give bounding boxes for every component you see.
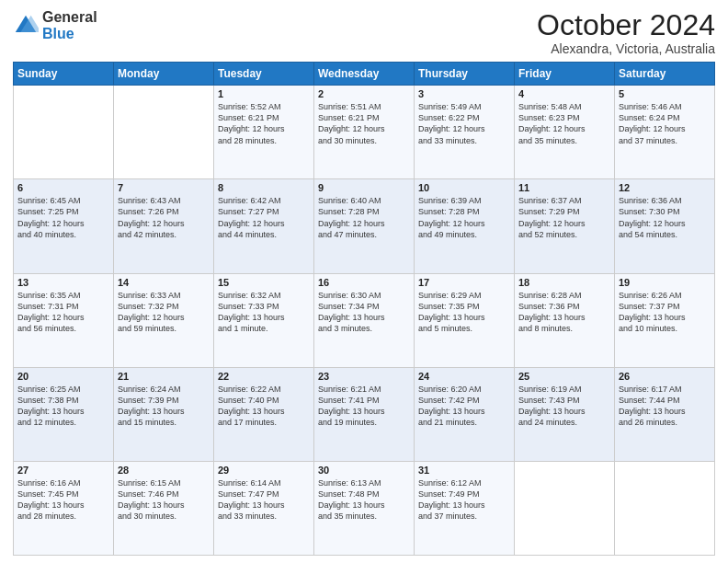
weekday-thursday: Thursday bbox=[415, 63, 515, 86]
day-number: 31 bbox=[418, 465, 510, 476]
day-info: Sunrise: 6:13 AM Sunset: 7:48 PM Dayligh… bbox=[318, 477, 410, 523]
day-number: 6 bbox=[17, 182, 109, 193]
day-number: 19 bbox=[619, 277, 711, 288]
header: General Blue October 2024 Alexandra, Vic… bbox=[13, 9, 715, 56]
day-number: 11 bbox=[518, 182, 610, 193]
page: General Blue October 2024 Alexandra, Vic… bbox=[0, 0, 728, 563]
calendar-cell: 6Sunrise: 6:45 AM Sunset: 7:25 PM Daylig… bbox=[14, 179, 114, 273]
day-info: Sunrise: 6:28 AM Sunset: 7:36 PM Dayligh… bbox=[518, 290, 610, 335]
day-info: Sunrise: 6:32 AM Sunset: 7:33 PM Dayligh… bbox=[218, 290, 310, 335]
day-info: Sunrise: 6:37 AM Sunset: 7:29 PM Dayligh… bbox=[518, 195, 610, 240]
day-number: 26 bbox=[619, 371, 711, 382]
day-info: Sunrise: 6:16 AM Sunset: 7:45 PM Dayligh… bbox=[17, 477, 109, 523]
weekday-wednesday: Wednesday bbox=[314, 63, 415, 86]
day-info: Sunrise: 5:46 AM Sunset: 6:24 PM Dayligh… bbox=[619, 101, 711, 146]
logo-text: General Blue bbox=[42, 9, 97, 41]
day-number: 20 bbox=[17, 371, 109, 382]
day-number: 23 bbox=[318, 371, 410, 382]
calendar-cell: 22Sunrise: 6:22 AM Sunset: 7:40 PM Dayli… bbox=[214, 367, 314, 461]
calendar-cell bbox=[14, 86, 114, 179]
day-info: Sunrise: 5:51 AM Sunset: 6:21 PM Dayligh… bbox=[318, 101, 410, 146]
day-info: Sunrise: 6:35 AM Sunset: 7:31 PM Dayligh… bbox=[17, 290, 109, 335]
calendar-cell: 25Sunrise: 6:19 AM Sunset: 7:43 PM Dayli… bbox=[515, 367, 615, 461]
day-info: Sunrise: 6:17 AM Sunset: 7:44 PM Dayligh… bbox=[619, 384, 711, 429]
week-row-5: 27Sunrise: 6:16 AM Sunset: 7:45 PM Dayli… bbox=[14, 461, 715, 555]
calendar-cell bbox=[515, 461, 615, 555]
calendar-cell: 2Sunrise: 5:51 AM Sunset: 6:21 PM Daylig… bbox=[314, 86, 415, 179]
day-number: 7 bbox=[118, 182, 210, 193]
calendar-cell: 16Sunrise: 6:30 AM Sunset: 7:34 PM Dayli… bbox=[314, 273, 415, 367]
logo-icon bbox=[13, 13, 39, 39]
day-number: 9 bbox=[318, 182, 410, 193]
calendar-body: 1Sunrise: 5:52 AM Sunset: 6:21 PM Daylig… bbox=[14, 86, 715, 556]
calendar-cell: 7Sunrise: 6:43 AM Sunset: 7:26 PM Daylig… bbox=[114, 179, 214, 273]
day-number: 3 bbox=[418, 88, 510, 99]
day-number: 28 bbox=[118, 465, 210, 476]
calendar-cell: 27Sunrise: 6:16 AM Sunset: 7:45 PM Dayli… bbox=[14, 461, 114, 555]
day-number: 21 bbox=[118, 371, 210, 382]
logo-blue: Blue bbox=[42, 26, 97, 42]
calendar-cell: 12Sunrise: 6:36 AM Sunset: 7:30 PM Dayli… bbox=[615, 179, 715, 273]
weekday-row: SundayMondayTuesdayWednesdayThursdayFrid… bbox=[14, 63, 715, 86]
day-number: 14 bbox=[118, 277, 210, 288]
calendar-cell: 23Sunrise: 6:21 AM Sunset: 7:41 PM Dayli… bbox=[314, 367, 415, 461]
day-number: 12 bbox=[619, 182, 711, 193]
day-number: 25 bbox=[518, 371, 610, 382]
calendar-cell: 29Sunrise: 6:14 AM Sunset: 7:47 PM Dayli… bbox=[214, 461, 314, 555]
calendar-cell: 18Sunrise: 6:28 AM Sunset: 7:36 PM Dayli… bbox=[515, 273, 615, 367]
calendar-cell: 24Sunrise: 6:20 AM Sunset: 7:42 PM Dayli… bbox=[415, 367, 515, 461]
day-info: Sunrise: 6:43 AM Sunset: 7:26 PM Dayligh… bbox=[118, 195, 210, 240]
weekday-friday: Friday bbox=[515, 63, 615, 86]
day-number: 8 bbox=[218, 182, 310, 193]
day-info: Sunrise: 6:30 AM Sunset: 7:34 PM Dayligh… bbox=[318, 290, 410, 335]
day-info: Sunrise: 6:20 AM Sunset: 7:42 PM Dayligh… bbox=[418, 384, 510, 429]
day-number: 29 bbox=[218, 465, 310, 476]
calendar-cell: 1Sunrise: 5:52 AM Sunset: 6:21 PM Daylig… bbox=[214, 86, 314, 179]
day-info: Sunrise: 6:29 AM Sunset: 7:35 PM Dayligh… bbox=[418, 290, 510, 335]
calendar-cell: 4Sunrise: 5:48 AM Sunset: 6:23 PM Daylig… bbox=[515, 86, 615, 179]
day-info: Sunrise: 6:39 AM Sunset: 7:28 PM Dayligh… bbox=[418, 195, 510, 240]
day-info: Sunrise: 6:12 AM Sunset: 7:49 PM Dayligh… bbox=[418, 477, 510, 523]
calendar-cell: 31Sunrise: 6:12 AM Sunset: 7:49 PM Dayli… bbox=[415, 461, 515, 555]
weekday-sunday: Sunday bbox=[14, 63, 114, 86]
calendar-cell: 10Sunrise: 6:39 AM Sunset: 7:28 PM Dayli… bbox=[415, 179, 515, 273]
calendar-cell: 15Sunrise: 6:32 AM Sunset: 7:33 PM Dayli… bbox=[214, 273, 314, 367]
day-info: Sunrise: 6:42 AM Sunset: 7:27 PM Dayligh… bbox=[218, 195, 310, 240]
calendar-cell: 3Sunrise: 5:49 AM Sunset: 6:22 PM Daylig… bbox=[415, 86, 515, 179]
week-row-1: 1Sunrise: 5:52 AM Sunset: 6:21 PM Daylig… bbox=[14, 86, 715, 179]
day-info: Sunrise: 6:40 AM Sunset: 7:28 PM Dayligh… bbox=[318, 195, 410, 240]
day-info: Sunrise: 6:24 AM Sunset: 7:39 PM Dayligh… bbox=[118, 384, 210, 429]
week-row-4: 20Sunrise: 6:25 AM Sunset: 7:38 PM Dayli… bbox=[14, 367, 715, 461]
week-row-2: 6Sunrise: 6:45 AM Sunset: 7:25 PM Daylig… bbox=[14, 179, 715, 273]
calendar-cell: 14Sunrise: 6:33 AM Sunset: 7:32 PM Dayli… bbox=[114, 273, 214, 367]
day-number: 22 bbox=[218, 371, 310, 382]
day-info: Sunrise: 5:52 AM Sunset: 6:21 PM Dayligh… bbox=[218, 101, 310, 146]
weekday-monday: Monday bbox=[114, 63, 214, 86]
location: Alexandra, Victoria, Australia bbox=[537, 41, 715, 56]
day-info: Sunrise: 6:19 AM Sunset: 7:43 PM Dayligh… bbox=[518, 384, 610, 429]
calendar-cell: 17Sunrise: 6:29 AM Sunset: 7:35 PM Dayli… bbox=[415, 273, 515, 367]
weekday-saturday: Saturday bbox=[615, 63, 715, 86]
day-number: 13 bbox=[17, 277, 109, 288]
day-number: 16 bbox=[318, 277, 410, 288]
calendar-cell: 9Sunrise: 6:40 AM Sunset: 7:28 PM Daylig… bbox=[314, 179, 415, 273]
day-info: Sunrise: 6:33 AM Sunset: 7:32 PM Dayligh… bbox=[118, 290, 210, 335]
day-number: 15 bbox=[218, 277, 310, 288]
title-block: October 2024 Alexandra, Victoria, Austra… bbox=[537, 9, 715, 56]
day-info: Sunrise: 5:48 AM Sunset: 6:23 PM Dayligh… bbox=[518, 101, 610, 146]
calendar-cell: 26Sunrise: 6:17 AM Sunset: 7:44 PM Dayli… bbox=[615, 367, 715, 461]
calendar-cell: 11Sunrise: 6:37 AM Sunset: 7:29 PM Dayli… bbox=[515, 179, 615, 273]
logo-general: General bbox=[42, 9, 97, 26]
calendar-cell: 21Sunrise: 6:24 AM Sunset: 7:39 PM Dayli… bbox=[114, 367, 214, 461]
day-info: Sunrise: 6:26 AM Sunset: 7:37 PM Dayligh… bbox=[619, 290, 711, 335]
day-number: 24 bbox=[418, 371, 510, 382]
day-number: 30 bbox=[318, 465, 410, 476]
month-year: October 2024 bbox=[537, 9, 715, 41]
day-number: 1 bbox=[218, 88, 310, 99]
week-row-3: 13Sunrise: 6:35 AM Sunset: 7:31 PM Dayli… bbox=[14, 273, 715, 367]
calendar-cell bbox=[114, 86, 214, 179]
calendar-cell: 30Sunrise: 6:13 AM Sunset: 7:48 PM Dayli… bbox=[314, 461, 415, 555]
calendar-cell: 5Sunrise: 5:46 AM Sunset: 6:24 PM Daylig… bbox=[615, 86, 715, 179]
calendar: SundayMondayTuesdayWednesdayThursdayFrid… bbox=[13, 62, 715, 556]
calendar-cell: 13Sunrise: 6:35 AM Sunset: 7:31 PM Dayli… bbox=[14, 273, 114, 367]
